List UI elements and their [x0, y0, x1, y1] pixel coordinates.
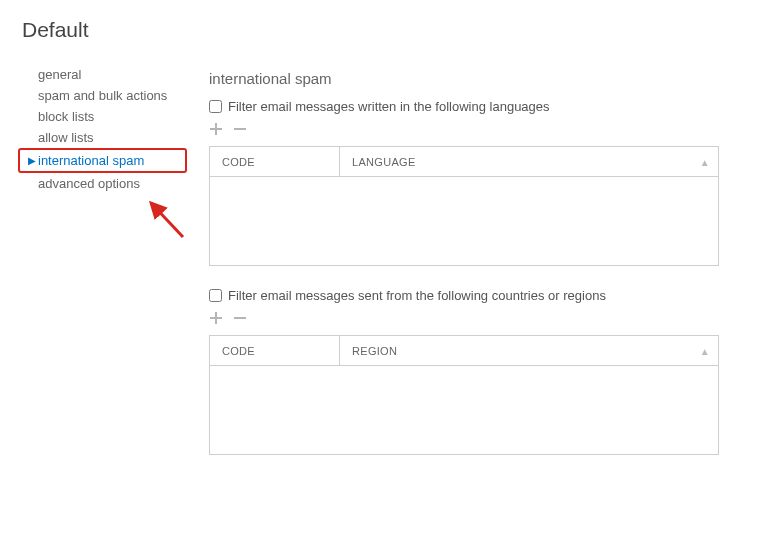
remove-region-button[interactable] — [233, 311, 247, 325]
add-language-button[interactable] — [209, 122, 223, 136]
plus-icon — [209, 122, 223, 136]
sidebar-item-label: allow lists — [38, 130, 94, 145]
minus-icon — [233, 122, 247, 136]
minus-icon — [233, 311, 247, 325]
sort-ascending-icon: ▲ — [700, 156, 710, 167]
sidebar-item-label: advanced options — [38, 176, 140, 191]
sidebar-item-spam-bulk[interactable]: ▶ spam and bulk actions — [22, 85, 187, 106]
column-label: CODE — [222, 156, 255, 168]
sidebar-item-label: international spam — [38, 153, 144, 168]
sort-ascending-icon: ▲ — [700, 345, 710, 356]
language-filter-checkbox[interactable] — [209, 100, 222, 113]
svg-rect-4 — [210, 317, 222, 319]
language-name-column-header[interactable]: LANGUAGE ▲ — [340, 147, 718, 176]
region-grid-body — [210, 366, 718, 454]
svg-rect-5 — [234, 317, 246, 319]
language-grid-body — [210, 177, 718, 265]
sidebar-item-label: spam and bulk actions — [38, 88, 167, 103]
region-filter-checkbox[interactable] — [209, 289, 222, 302]
sidebar: ▶ general ▶ spam and bulk actions ▶ bloc… — [22, 64, 187, 477]
sidebar-item-label: general — [38, 67, 81, 82]
section-title: international spam — [209, 70, 733, 87]
sidebar-item-block-lists[interactable]: ▶ block lists — [22, 106, 187, 127]
sidebar-item-advanced-options[interactable]: ▶ advanced options — [22, 173, 187, 194]
region-name-column-header[interactable]: REGION ▲ — [340, 336, 718, 365]
column-label: REGION — [352, 345, 397, 357]
sidebar-item-general[interactable]: ▶ general — [22, 64, 187, 85]
column-label: CODE — [222, 345, 255, 357]
region-grid: CODE REGION ▲ — [209, 335, 719, 455]
region-grid-header: CODE REGION ▲ — [210, 336, 718, 366]
language-grid-header: CODE LANGUAGE ▲ — [210, 147, 718, 177]
remove-language-button[interactable] — [233, 122, 247, 136]
region-code-column-header[interactable]: CODE — [210, 336, 340, 365]
add-region-button[interactable] — [209, 311, 223, 325]
sidebar-item-international-spam[interactable]: ▶ international spam — [18, 148, 187, 173]
main-panel: international spam Filter email messages… — [187, 64, 763, 477]
page-title: Default — [0, 0, 763, 64]
svg-rect-1 — [210, 128, 222, 130]
language-code-column-header[interactable]: CODE — [210, 147, 340, 176]
caret-icon: ▶ — [28, 155, 36, 166]
region-filter-label: Filter email messages sent from the foll… — [228, 288, 606, 303]
svg-rect-2 — [234, 128, 246, 130]
sidebar-item-label: block lists — [38, 109, 94, 124]
language-filter-label: Filter email messages written in the fol… — [228, 99, 550, 114]
sidebar-item-allow-lists[interactable]: ▶ allow lists — [22, 127, 187, 148]
language-grid: CODE LANGUAGE ▲ — [209, 146, 719, 266]
column-label: LANGUAGE — [352, 156, 416, 168]
plus-icon — [209, 311, 223, 325]
